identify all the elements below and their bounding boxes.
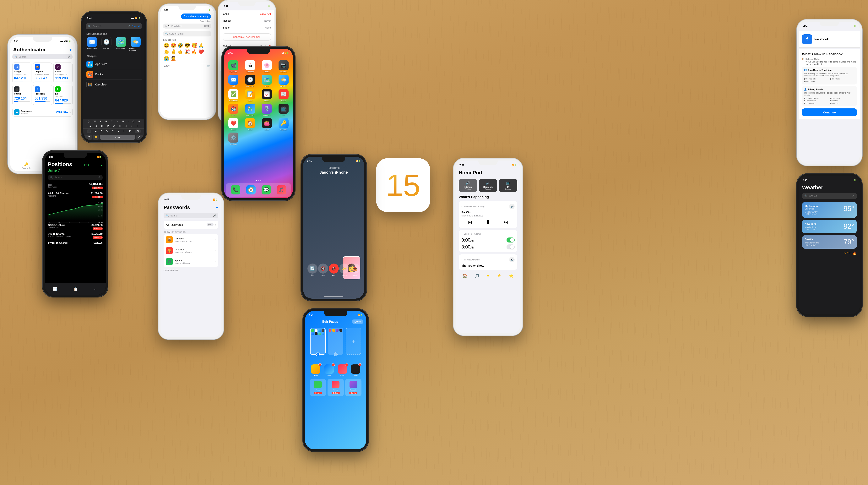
dock-safari[interactable]: 🧭 bbox=[246, 185, 255, 194]
call-mute-btn[interactable]: 🔇 mute bbox=[318, 264, 328, 276]
kitchen-pause-btn[interactable]: ⏸ bbox=[485, 219, 491, 225]
dock-messages[interactable]: 💬 bbox=[261, 185, 271, 194]
app-facetime[interactable]: 📹 FaceTime bbox=[226, 60, 241, 73]
auth-item-github[interactable]: ⚫ Github 728 104 bbox=[12, 85, 31, 105]
call-effects-btn[interactable]: ✨ effects bbox=[339, 264, 349, 276]
alarm-2-toggle[interactable] bbox=[506, 244, 515, 249]
stocks-tab-list[interactable]: 📋 bbox=[73, 287, 78, 291]
spotlight-books[interactable]: 📚 Books bbox=[86, 69, 142, 80]
kitchen-volume-btn[interactable]: 🔊 bbox=[509, 204, 515, 209]
auth-item-facebook[interactable]: f Facebook 501 930 bbox=[33, 85, 52, 105]
auth-search[interactable]: Search bbox=[19, 55, 26, 58]
delete-app-1[interactable]: Phone Delete bbox=[310, 379, 326, 396]
stocks-edit-btn[interactable]: Edit bbox=[84, 163, 89, 167]
app-news[interactable]: 📰 News bbox=[276, 89, 291, 102]
continue-button[interactable]: Continue bbox=[802, 109, 857, 116]
siri-app-clock[interactable]: 🕐 Turn on... bbox=[100, 37, 113, 52]
spotlight-app-store[interactable]: 🏪 App Store bbox=[86, 59, 142, 69]
stocks-dis[interactable]: DIS 15 Shares The Walt Disney Company $2… bbox=[48, 231, 103, 240]
homepod-color-icon[interactable]: ● bbox=[487, 273, 489, 278]
page-3-thumb[interactable]: + bbox=[346, 328, 361, 355]
app-maps[interactable]: 🗺️ Maps bbox=[259, 75, 275, 87]
weather-location-2[interactable]: New York Mostly Sunny H: 95° L: 81° 92° bbox=[802, 220, 857, 233]
emoji-2[interactable]: 😍 bbox=[170, 42, 177, 49]
homepod-tv-btn[interactable]: 📺 TV Paused bbox=[499, 179, 517, 192]
delete-app-2[interactable]: Videos Delete bbox=[328, 379, 344, 396]
app-appmaps[interactable]: 🏪 App Store bbox=[243, 103, 258, 116]
app-notes[interactable]: 📝 Notes bbox=[243, 89, 258, 102]
delete-app-3[interactable]: Podcasts Delete bbox=[345, 379, 362, 396]
app-wallet[interactable]: 👛 Wallet bbox=[259, 118, 275, 131]
spotlight-search-input[interactable]: Search bbox=[93, 25, 101, 28]
emoji-10[interactable]: 🎉 bbox=[184, 49, 191, 55]
app-reminders[interactable]: ✅ Reminders bbox=[226, 89, 241, 102]
emoji-keyboard-icon[interactable]: ⌨️ bbox=[207, 64, 210, 68]
dock-phone[interactable]: 📞 bbox=[231, 185, 240, 194]
tab-passwords[interactable]: 🔑 Passwords bbox=[10, 160, 42, 171]
app-settings[interactable]: ⚙️ Settings bbox=[226, 132, 241, 145]
auth-item-salesforce[interactable]: ☁ Salesforce Tim Cook 293 847 › bbox=[12, 108, 72, 117]
emoji-1[interactable]: 😀 bbox=[163, 42, 170, 49]
search-emoji-input[interactable]: Search Emoji bbox=[169, 32, 184, 35]
stocks-aapl[interactable]: AAPL 10 Shares Apple Inc. $1,210.80 +$11… bbox=[48, 190, 103, 200]
siri-app-maps[interactable]: 🗺️ Navigate to... bbox=[115, 37, 127, 52]
passwords-search[interactable]: Search bbox=[170, 214, 178, 217]
stocks-tab-more[interactable]: ⋯ bbox=[94, 287, 98, 291]
tv-volume-btn[interactable]: 🔊 bbox=[509, 257, 515, 262]
emoji-5[interactable]: 🥰 bbox=[191, 42, 197, 49]
app-weather[interactable]: 🌤️ Weather bbox=[276, 75, 291, 87]
passwords-add-btn[interactable]: + bbox=[216, 205, 218, 210]
siri-app-weather[interactable]: 🌤️ Launch Weather bbox=[129, 37, 142, 52]
emoji-4[interactable]: 😎 bbox=[184, 42, 191, 49]
stocks-twtr[interactable]: TWTR 15 Shares $922.05 bbox=[48, 240, 103, 245]
dock-music[interactable]: 🎵 bbox=[277, 185, 286, 194]
emoji-8[interactable]: ✌️ bbox=[170, 49, 177, 55]
stocks-search[interactable]: Search bbox=[55, 176, 62, 179]
app-clock[interactable]: 🕐 App Store bbox=[243, 75, 258, 87]
edit-pages-done-btn[interactable]: Done bbox=[352, 320, 363, 324]
emoji-11[interactable]: 🔥 bbox=[191, 49, 197, 55]
page-2-thumb[interactable] bbox=[328, 328, 343, 355]
call-end-btn[interactable]: 📵 end bbox=[329, 264, 339, 276]
call-share-btn[interactable]: 📤 share bbox=[350, 264, 360, 276]
homepod-music-icon[interactable]: 🎵 bbox=[475, 273, 479, 278]
weather-unit-toggle[interactable]: °C / °F bbox=[843, 251, 851, 255]
emoji-13[interactable]: 😭 bbox=[163, 55, 170, 62]
emoji-12[interactable]: ❤️ bbox=[198, 49, 205, 55]
siri-app-mail[interactable]: ✉️ Launch Mail bbox=[86, 37, 98, 52]
kitchen-prev-btn[interactable]: ⏮ bbox=[468, 220, 472, 225]
weather-location-3[interactable]: Seattle Thunderstorms H: 97° L: 85° 79° bbox=[802, 235, 857, 249]
page-1-thumb[interactable]: ✓ bbox=[310, 328, 326, 355]
app-home[interactable]: 🏠 Home bbox=[243, 118, 258, 131]
homepod-shortcuts-icon[interactable]: ⚡ bbox=[496, 273, 501, 278]
auth-item-slack[interactable]: # Slack tim@apple.com 119 283 bbox=[54, 62, 72, 83]
homepod-kitchen-btn[interactable]: 🔊 Kitchen Playing bbox=[459, 179, 477, 192]
app-camera[interactable]: 📷 Camera bbox=[276, 60, 291, 73]
homepod-star-icon[interactable]: ⭐ bbox=[509, 273, 514, 278]
app-stocks[interactable]: 📈 Stocks bbox=[259, 89, 275, 102]
app-tv[interactable]: 📺 TV bbox=[276, 103, 291, 116]
app-books[interactable]: 📚 Books bbox=[226, 103, 241, 116]
app-podcasts[interactable]: 🎙️ Podcasts bbox=[259, 103, 275, 116]
homepod-bedroom-btn[interactable]: 🔈 Bedroom Paused bbox=[479, 179, 497, 192]
all-passwords-link[interactable]: All Passwords 99+ › bbox=[163, 221, 218, 229]
weather-search[interactable]: Search bbox=[809, 194, 817, 198]
emoji-3[interactable]: 🤣 bbox=[177, 42, 184, 49]
app-health[interactable]: ❤️ Health bbox=[226, 118, 241, 131]
kitchen-next-btn[interactable]: ⏭ bbox=[504, 220, 508, 225]
auth-item-dropbox[interactable]: 📦 Dropbox tim@dropbox.com 392 847 bbox=[33, 62, 52, 83]
facetime-call-button[interactable]: Schedule FaceTime Call bbox=[223, 33, 271, 40]
app-keychain[interactable]: 🔑 Keychain bbox=[276, 118, 291, 131]
emoji-9[interactable]: 🤙 bbox=[177, 49, 184, 55]
emoji-6[interactable]: 🙏 bbox=[198, 42, 205, 49]
homepod-home-icon[interactable]: 🏠 bbox=[462, 273, 467, 278]
password-amazon[interactable]: 📦 Amazon www.amazon.com › bbox=[163, 234, 218, 245]
weather-location-1[interactable]: My Location Cupertino Mostly Sunny H: 10… bbox=[802, 202, 857, 218]
auth-item-google[interactable]: G Google tim@gmail.com 847 291 bbox=[12, 62, 31, 83]
stocks-tab-chart[interactable]: 📊 bbox=[53, 287, 57, 291]
emoji-14[interactable]: 🤦 bbox=[170, 55, 177, 62]
emoji-7[interactable]: 👏 bbox=[163, 49, 170, 55]
call-flip-btn[interactable]: 🔄 flip bbox=[307, 264, 317, 276]
password-grubhub[interactable]: 🍔 Grubhub www.grubhub.com › bbox=[163, 245, 218, 256]
app-calendar[interactable]: 13 13 Calendar bbox=[243, 60, 258, 73]
